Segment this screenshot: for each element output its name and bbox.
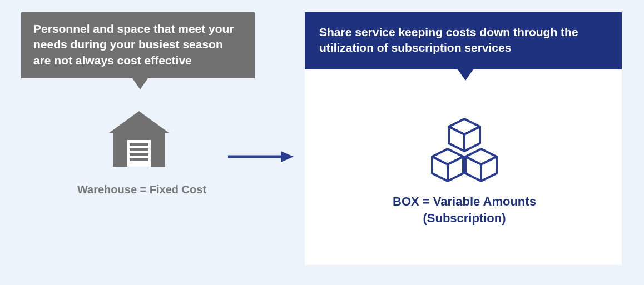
warehouse-caption: Warehouse = Fixed Cost <box>50 183 234 196</box>
boxes-caption: BOX = Variable Amounts (Subscription) <box>345 193 584 226</box>
right-header: Share service keeping costs down through… <box>305 12 622 69</box>
warehouse-icon <box>106 111 172 169</box>
svg-rect-4 <box>130 148 148 151</box>
boxes-icon <box>420 117 509 191</box>
svg-marker-8 <box>281 151 294 162</box>
svg-marker-0 <box>108 111 170 133</box>
boxes-caption-line2: (Subscription) <box>345 210 584 227</box>
svg-rect-6 <box>130 158 148 161</box>
svg-rect-5 <box>130 153 148 156</box>
svg-rect-3 <box>130 143 148 146</box>
left-callout: Personnel and space that meet your needs… <box>21 12 255 78</box>
arrow-icon <box>228 150 295 161</box>
right-header-text: Share service keeping costs down through… <box>319 26 578 54</box>
left-callout-text: Personnel and space that meet your needs… <box>33 22 234 67</box>
diagram-stage: Personnel and space that meet your needs… <box>0 0 644 285</box>
boxes-caption-line1: BOX = Variable Amounts <box>393 194 536 208</box>
